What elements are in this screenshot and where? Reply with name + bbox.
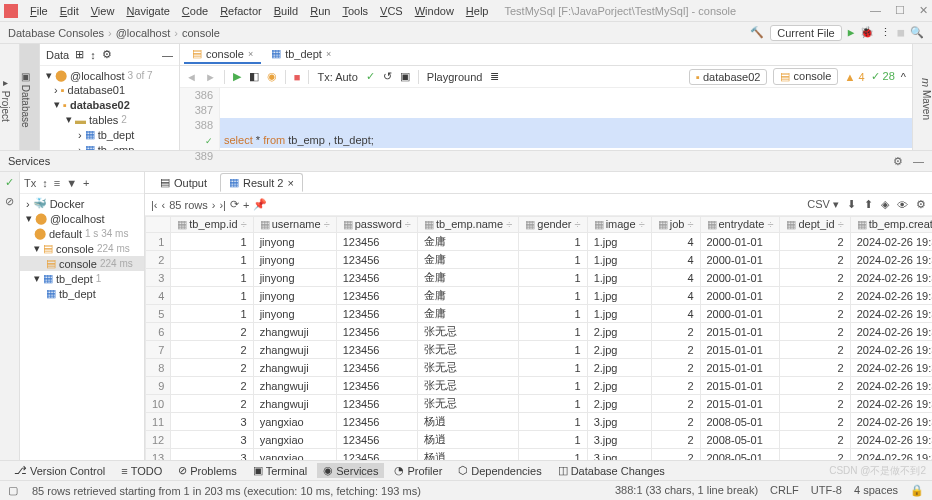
warnings-badge[interactable]: ▲ 4 — [844, 71, 864, 83]
table-row[interactable]: 123yangxiao123456杨逍13.jpg22008-05-012202… — [146, 431, 933, 449]
result-tab[interactable]: ▦Result 2× — [220, 173, 303, 192]
upload-icon[interactable]: ⬆ — [864, 198, 873, 211]
tw-vcs[interactable]: ⎇Version Control — [8, 463, 111, 478]
indent[interactable]: 4 spaces — [854, 484, 898, 497]
commit-icon[interactable]: ✓ — [366, 70, 375, 83]
menu-edit[interactable]: Edit — [54, 5, 85, 17]
menu-run[interactable]: Run — [304, 5, 336, 17]
output-tab[interactable]: ▤Output — [151, 173, 216, 192]
tab-close-icon[interactable]: × — [326, 49, 331, 59]
explain-plan-icon[interactable]: ◉ — [267, 70, 277, 83]
eye-icon[interactable]: 👁 — [897, 199, 908, 211]
view-mode-icon[interactable]: ◈ — [881, 198, 889, 211]
table-row[interactable]: 92zhangwuji123456张无忌12.jpg22015-01-01220… — [146, 377, 933, 395]
tw-deps[interactable]: ⬡Dependencies — [452, 463, 547, 478]
table-row[interactable]: 102zhangwuji123456张无忌12.jpg22015-01-0122… — [146, 395, 933, 413]
isolation-icon[interactable]: ▣ — [400, 70, 410, 83]
lock-icon[interactable]: 🔒 — [910, 484, 924, 497]
tx-icon[interactable]: Tx — [24, 177, 36, 189]
stop-icon[interactable]: ■ — [897, 26, 904, 39]
build-icon[interactable]: 🔨 — [750, 26, 764, 39]
menu-code[interactable]: Code — [176, 5, 214, 17]
encoding[interactable]: UTF-8 — [811, 484, 842, 497]
table-row[interactable]: 21jinyong123456金庸11.jpg42000-01-0122024-… — [146, 251, 933, 269]
menu-vcs[interactable]: VCS — [374, 5, 409, 17]
stop-query-icon[interactable]: ■ — [294, 71, 301, 83]
export-format[interactable]: CSV ▾ — [807, 198, 839, 211]
tw-terminal[interactable]: ▣Terminal — [247, 463, 314, 478]
first-page-icon[interactable]: |‹ — [151, 199, 158, 211]
table-row[interactable]: 82zhangwuji123456张无忌12.jpg22015-01-01220… — [146, 359, 933, 377]
sort-icon[interactable]: ↕ — [90, 49, 96, 61]
execute-icon[interactable]: ▶ — [233, 70, 241, 83]
tx-mode[interactable]: Tx: Auto — [317, 71, 357, 83]
sort-icon[interactable]: ↕ — [42, 177, 48, 189]
menu-tools[interactable]: Tools — [336, 5, 374, 17]
tab-tb-dept[interactable]: ▦tb_dept× — [263, 45, 339, 64]
rows-counter[interactable]: 85 rows — [169, 199, 208, 211]
next-page-icon[interactable]: › — [212, 199, 216, 211]
schema-badge[interactable]: ▪ database02 — [689, 69, 767, 85]
more-run-icon[interactable]: ⋮ — [880, 26, 891, 39]
settings-icon[interactable]: ⚙ — [916, 198, 926, 211]
inspections-icon[interactable]: ^ — [901, 71, 906, 83]
crumb[interactable]: @localhost — [116, 27, 171, 39]
tab-console[interactable]: ▤console× — [184, 45, 261, 64]
menu-window[interactable]: Window — [409, 5, 460, 17]
view-icon[interactable]: ≣ — [490, 70, 499, 83]
table-row[interactable]: 31jinyong123456金庸11.jpg42000-01-0122024-… — [146, 269, 933, 287]
menu-view[interactable]: View — [85, 5, 121, 17]
run-config-selector[interactable]: Current File — [770, 25, 841, 41]
success-badge[interactable]: ✓ 28 — [871, 70, 895, 83]
database-tree[interactable]: ▾⬤@localhost 3 of 7 ›▪database01 ▾▪datab… — [40, 66, 179, 150]
run-icon[interactable]: ▶ — [848, 26, 855, 39]
explain-icon[interactable]: ◧ — [249, 70, 259, 83]
table-row[interactable]: 113yangxiao123456杨逍13.jpg22008-05-012202… — [146, 413, 933, 431]
filter-icon[interactable]: ⊘ — [5, 195, 14, 208]
table-row[interactable]: 41jinyong123456金庸11.jpg42000-01-0122024-… — [146, 287, 933, 305]
fwd-icon[interactable]: ► — [205, 71, 216, 83]
tab-close-icon[interactable]: × — [248, 49, 253, 59]
database-tool-tab[interactable]: ▣ Database — [20, 44, 40, 150]
tick-icon[interactable]: ✓ — [5, 176, 14, 189]
collapse-icon[interactable]: — — [162, 49, 173, 61]
debug-icon[interactable]: 🐞 — [860, 26, 874, 39]
menu-build[interactable]: Build — [268, 5, 304, 17]
filter-icon[interactable]: ⊞ — [75, 48, 84, 61]
services-tree[interactable]: ›🐳Docker ▾⬤@localhost ⬤default 1 s 34 ms… — [20, 194, 144, 482]
playground-selector[interactable]: Playground — [427, 71, 483, 83]
tw-services[interactable]: ◉Services — [317, 463, 384, 478]
tool-window-icon[interactable]: ▢ — [8, 484, 18, 497]
menu-file[interactable]: File — [24, 5, 54, 17]
filter-icon[interactable]: ▼ — [66, 177, 77, 189]
tw-problems[interactable]: ⊘Problems — [172, 463, 242, 478]
rollback-icon[interactable]: ↺ — [383, 70, 392, 83]
crumb[interactable]: Database Consoles — [8, 27, 104, 39]
gear-icon[interactable]: ⚙ — [893, 155, 903, 168]
add-row-icon[interactable]: + — [243, 199, 249, 211]
download-icon[interactable]: ⬇ — [847, 198, 856, 211]
back-icon[interactable]: ◄ — [186, 71, 197, 83]
close-icon[interactable]: ✕ — [919, 4, 928, 17]
menu-navigate[interactable]: Navigate — [120, 5, 175, 17]
reload-icon[interactable]: ⟳ — [230, 198, 239, 211]
expand-icon[interactable]: ≡ — [54, 177, 60, 189]
minimize-icon[interactable]: — — [870, 4, 881, 17]
settings-icon[interactable]: ⚙ — [102, 48, 112, 61]
add-icon[interactable]: + — [83, 177, 89, 189]
table-row[interactable]: 11jinyong123456金庸11.jpg42000-01-0122024-… — [146, 233, 933, 251]
search-icon[interactable]: 🔍 — [910, 26, 924, 39]
result-grid[interactable]: ▦tb_emp.id ÷▦username ÷▦password ÷▦tb_em… — [145, 216, 932, 482]
menu-refactor[interactable]: Refactor — [214, 5, 268, 17]
last-page-icon[interactable]: ›| — [219, 199, 226, 211]
crumb[interactable]: console — [182, 27, 220, 39]
pin-icon[interactable]: 📌 — [253, 198, 267, 211]
hide-icon[interactable]: — — [913, 155, 924, 168]
table-row[interactable]: 51jinyong123456金庸11.jpg42000-01-0122024-… — [146, 305, 933, 323]
menu-help[interactable]: Help — [460, 5, 495, 17]
maven-tool-tab[interactable]: m Maven — [912, 44, 932, 150]
console-badge[interactable]: ▤ console — [773, 68, 838, 85]
project-tool-tab[interactable]: ▸ Project — [0, 44, 20, 150]
prev-page-icon[interactable]: ‹ — [162, 199, 166, 211]
sql-editor[interactable]: 386387388✓ 389 select * from tb_emp , tb… — [180, 88, 912, 150]
